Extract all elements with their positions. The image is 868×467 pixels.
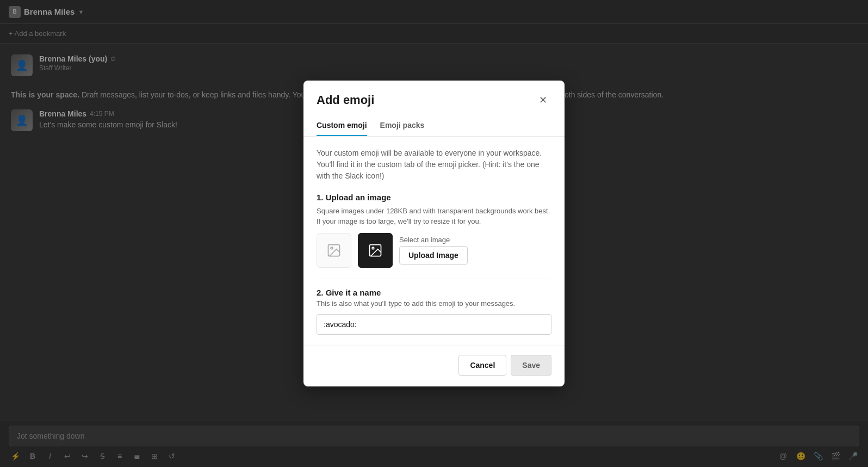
image-preview-light — [317, 233, 351, 268]
cancel-button[interactable]: Cancel — [458, 355, 506, 376]
section1-title: 1. Upload an image — [317, 193, 551, 202]
upload-controls: Select an image Upload Image — [399, 236, 468, 265]
upload-image-button[interactable]: Upload Image — [399, 246, 468, 265]
select-image-label: Select an image — [399, 236, 468, 244]
modal-title: Add emoji — [317, 93, 374, 107]
save-button[interactable]: Save — [511, 355, 551, 376]
image-placeholder-icon — [326, 243, 342, 258]
image-preview-dark — [358, 233, 393, 268]
image-upload-area: Select an image Upload Image — [317, 233, 551, 268]
tab-custom-emoji[interactable]: Custom emoji — [317, 115, 367, 136]
section2-title: 2. Give it a name — [317, 288, 551, 297]
modal-footer: Cancel Save — [303, 346, 565, 386]
modal-header: Add emoji ✕ — [303, 81, 565, 109]
svg-point-1 — [331, 247, 333, 249]
modal-body: Your custom emoji will be available to e… — [303, 137, 565, 345]
add-emoji-modal: Add emoji ✕ Custom emoji Emoji packs You… — [303, 81, 565, 386]
modal-backdrop: Add emoji ✕ Custom emoji Emoji packs You… — [0, 0, 868, 467]
image-dark-placeholder-icon — [368, 243, 383, 258]
emoji-name-input[interactable] — [317, 314, 551, 335]
modal-tabs: Custom emoji Emoji packs — [303, 115, 565, 137]
section-divider — [317, 279, 551, 279]
tab-emoji-packs[interactable]: Emoji packs — [380, 115, 425, 136]
svg-point-3 — [372, 247, 374, 249]
modal-description: Your custom emoji will be available to e… — [317, 148, 551, 182]
section2-description: This is also what you'll type to add thi… — [317, 299, 551, 308]
close-button[interactable]: ✕ — [534, 91, 551, 109]
section1-subtitle: Square images under 128KB and with trans… — [317, 206, 551, 226]
